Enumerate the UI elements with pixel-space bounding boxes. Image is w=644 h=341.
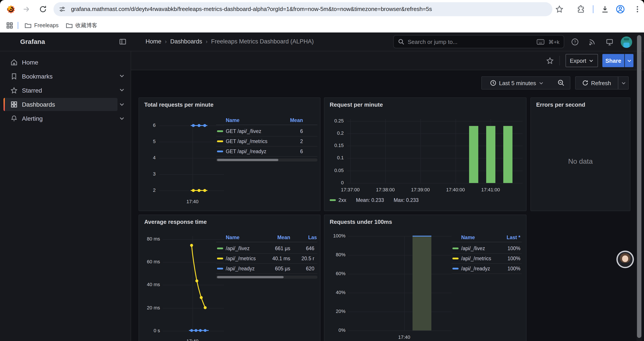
search-shortcut: ⌘+k bbox=[548, 39, 560, 45]
kiosk-monitor-icon[interactable] bbox=[606, 38, 613, 46]
legend-series-name[interactable]: /api/_/metrics bbox=[226, 254, 256, 263]
legend-mean-value: 40.1 ms bbox=[253, 254, 290, 263]
sidebar-item-dashboards[interactable]: Dashboards bbox=[4, 98, 118, 111]
area-fill[interactable] bbox=[412, 236, 432, 330]
assistant-avatar[interactable] bbox=[616, 251, 634, 268]
legend-series-name[interactable]: /api/_/readyz bbox=[226, 264, 255, 273]
series-swatch[interactable] bbox=[217, 258, 223, 259]
page-scrollbar-thumb[interactable] bbox=[637, 35, 641, 338]
help-icon[interactable]: ? bbox=[571, 38, 579, 46]
grafana-logo[interactable] bbox=[6, 5, 16, 15]
legend-header-mean[interactable]: Mean bbox=[270, 118, 303, 123]
panel-title[interactable]: Total requests per minute bbox=[144, 101, 214, 108]
legend-series-name[interactable]: /api/_/readyz bbox=[461, 264, 490, 273]
series-swatch[interactable] bbox=[217, 247, 223, 249]
zoom-out-button[interactable] bbox=[552, 76, 570, 90]
avatar-image bbox=[618, 252, 632, 267]
legend-header-last[interactable]: Last * bbox=[491, 235, 520, 240]
legend-series-name[interactable]: GET /api/_/metrics bbox=[226, 137, 268, 146]
reload-icon[interactable] bbox=[38, 5, 47, 14]
site-settings-icon[interactable] bbox=[59, 6, 66, 13]
chevron-down-icon[interactable] bbox=[119, 74, 124, 78]
panel-total-requests: Total requests per minute 6 5 4 3 2 17:4… bbox=[138, 97, 320, 211]
forward-icon[interactable] bbox=[22, 5, 31, 14]
y-tick: 0.2 bbox=[328, 130, 344, 136]
series-swatch[interactable] bbox=[452, 258, 458, 259]
legend-series-name[interactable]: GET /api/_/livez bbox=[226, 126, 261, 136]
breadcrumb-home[interactable]: Home bbox=[146, 38, 161, 45]
series-swatch[interactable] bbox=[217, 268, 223, 269]
refresh-button[interactable]: Refresh bbox=[575, 76, 618, 90]
legend-header-name[interactable]: Name bbox=[226, 235, 240, 240]
download-icon[interactable] bbox=[600, 5, 609, 14]
line-chart[interactable] bbox=[159, 120, 224, 197]
export-button[interactable]: Export bbox=[566, 54, 598, 67]
legend-series-name[interactable]: 2xx bbox=[338, 195, 346, 205]
series-swatch[interactable] bbox=[217, 130, 223, 132]
series-swatch[interactable] bbox=[217, 140, 223, 142]
sidebar-item-bookmarks[interactable]: Bookmarks bbox=[4, 70, 118, 83]
series-swatch[interactable] bbox=[330, 199, 336, 201]
bookmark-folder-label[interactable]: Freeleaps bbox=[34, 19, 58, 33]
panel-title[interactable]: Requests under 100ms bbox=[330, 219, 392, 225]
svg-text:?: ? bbox=[574, 40, 576, 44]
sidebar-item-starred[interactable]: Starred bbox=[4, 84, 118, 97]
legend-scrollbar[interactable] bbox=[216, 276, 318, 279]
chevron-down-icon[interactable] bbox=[119, 88, 124, 92]
panel-title[interactable]: Request per minute bbox=[330, 101, 383, 108]
refresh-interval-button[interactable] bbox=[618, 76, 629, 90]
legend-series-name[interactable]: /api/_/livez bbox=[226, 244, 250, 253]
legend-last-value: 20.5 r bbox=[294, 254, 314, 263]
apps-grid-icon[interactable] bbox=[6, 22, 13, 29]
series-swatch[interactable] bbox=[217, 151, 223, 152]
x-tick: 17:37:00 bbox=[337, 187, 364, 192]
legend-header-name[interactable]: Name bbox=[226, 118, 240, 123]
legend-header-name[interactable]: Name bbox=[461, 235, 475, 240]
url-bar[interactable]: grafana.mathmast.com/d/deytv4rwavabkb/fr… bbox=[54, 2, 552, 16]
legend-scrollbar[interactable] bbox=[216, 158, 318, 162]
series-swatch[interactable] bbox=[452, 247, 458, 249]
breadcrumb: Home › Dashboards › Freeleaps Metrics Da… bbox=[146, 38, 314, 45]
url-text[interactable]: grafana.mathmast.com/d/deytv4rwavabkb/fr… bbox=[71, 2, 432, 16]
line-chart[interactable] bbox=[163, 236, 224, 337]
favorite-star-icon[interactable] bbox=[546, 57, 554, 65]
bookmark-star-icon[interactable] bbox=[556, 5, 563, 13]
menu-kebab-icon[interactable] bbox=[633, 5, 642, 14]
y-tick: 60% bbox=[326, 271, 346, 276]
y-tick: 60 ms bbox=[141, 259, 160, 264]
panel-title[interactable]: Average response time bbox=[144, 219, 207, 225]
bookmark-folder-label[interactable]: 收藏博客 bbox=[76, 19, 97, 33]
bar-2xx[interactable] bbox=[503, 126, 512, 183]
user-avatar[interactable] bbox=[621, 37, 632, 48]
news-rss-icon[interactable] bbox=[588, 38, 596, 46]
sidebar-item-alerting[interactable]: Alerting bbox=[4, 112, 118, 125]
legend-mean-stat: Mean: 0.233 bbox=[356, 195, 384, 205]
legend-series-name[interactable]: GET /api/_/readyz bbox=[226, 147, 266, 156]
bar-2xx[interactable] bbox=[469, 126, 478, 183]
panel-title[interactable]: Errors per second bbox=[536, 101, 585, 108]
legend-header-mean[interactable]: Mean bbox=[253, 235, 290, 240]
y-tick: 100% bbox=[326, 233, 346, 238]
legend-header-last[interactable]: Las bbox=[308, 235, 317, 240]
chevron-down-icon[interactable] bbox=[119, 117, 124, 120]
search-input[interactable]: Search or jump to... ⌘+k bbox=[393, 35, 564, 48]
time-range-picker[interactable]: Last 5 minutes bbox=[481, 76, 552, 90]
chevron-down-icon bbox=[621, 81, 626, 85]
y-tick: 0.15 bbox=[328, 143, 344, 148]
chevron-down-icon[interactable] bbox=[119, 103, 124, 106]
bar-2xx[interactable] bbox=[486, 126, 496, 183]
home-icon bbox=[10, 59, 18, 66]
page-scrollbar-track[interactable] bbox=[636, 33, 642, 341]
legend-last-value: 620 bbox=[294, 264, 314, 273]
sidebar-toggle-icon[interactable] bbox=[119, 38, 126, 45]
series-swatch[interactable] bbox=[452, 268, 458, 269]
sidebar-nav: Home Bookmarks Starred Dashboards Alerti… bbox=[0, 51, 131, 341]
profile-icon[interactable] bbox=[616, 5, 625, 14]
sidebar-item-home[interactable]: Home bbox=[4, 56, 118, 69]
breadcrumb-dashboards[interactable]: Dashboards bbox=[170, 38, 202, 45]
share-menu-button[interactable] bbox=[625, 54, 634, 67]
share-button[interactable]: Share bbox=[602, 54, 624, 67]
legend-series-name[interactable]: /api/_/metrics bbox=[461, 254, 491, 263]
legend-series-name[interactable]: /api/_/livez bbox=[461, 244, 485, 253]
extensions-icon[interactable] bbox=[577, 5, 585, 13]
